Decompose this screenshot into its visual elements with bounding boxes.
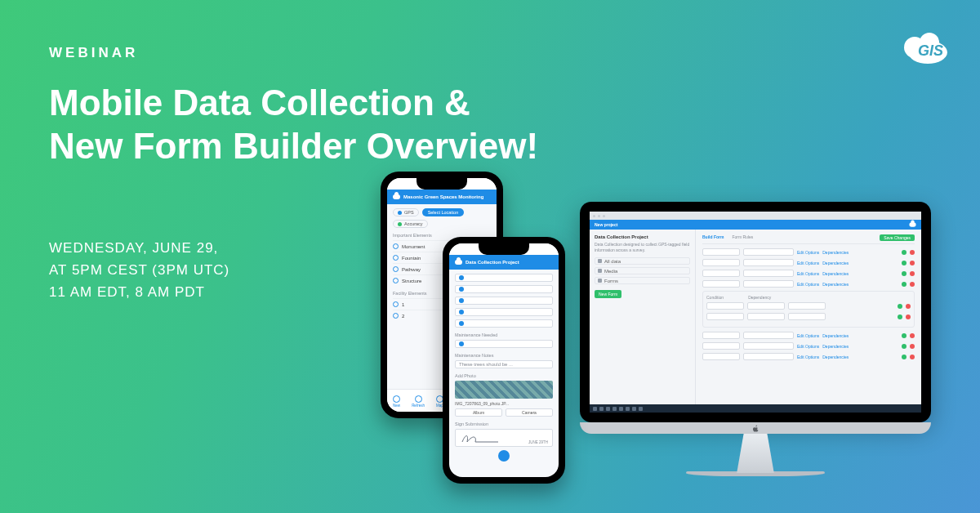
tab-rules[interactable]: Form Rules <box>732 234 753 241</box>
add-icon[interactable] <box>902 261 906 265</box>
cond-select[interactable] <box>788 313 826 320</box>
dependencies-link[interactable]: Dependencies <box>822 355 849 359</box>
phone-mockup-2: Data Collection Project Maintenance Need… <box>443 237 565 484</box>
edit-options-link[interactable]: Edit Options <box>797 344 819 349</box>
cloud-logo-icon <box>455 260 462 265</box>
edit-options-link[interactable]: Edit Options <box>797 261 819 265</box>
dependencies-link[interactable]: Dependencies <box>822 271 849 276</box>
cloud-logo-icon <box>909 222 915 226</box>
schedule-block: WEDNESDAY, JUNE 29, AT 5PM CEST (3PM UTC… <box>49 237 229 304</box>
photo-thumbnail[interactable] <box>455 381 553 399</box>
monitor-stand <box>731 434 780 473</box>
field-label-input[interactable] <box>743 332 794 339</box>
delete-icon[interactable] <box>906 304 911 309</box>
field-label-input[interactable] <box>743 248 794 256</box>
cond-select[interactable] <box>747 313 785 320</box>
cond-select[interactable] <box>706 313 744 320</box>
text-field[interactable] <box>455 274 553 282</box>
dependencies-link[interactable]: Dependencies <box>822 333 849 338</box>
add-icon[interactable] <box>902 333 906 338</box>
field-type-select[interactable] <box>702 342 740 350</box>
side-item[interactable]: All data <box>595 257 690 265</box>
project-title: Data Collection Project <box>595 234 690 239</box>
add-icon[interactable] <box>902 250 906 255</box>
delete-icon[interactable] <box>910 282 915 287</box>
edit-options-link[interactable]: Edit Options <box>797 355 819 359</box>
phone2-app: Data Collection Project Maintenance Need… <box>449 243 559 477</box>
field-label-input[interactable] <box>743 280 794 288</box>
tab-refresh[interactable]: Refresh <box>412 395 425 408</box>
field-type-select[interactable] <box>702 270 740 277</box>
tab-build[interactable]: Build Form <box>702 234 724 241</box>
field-type-select[interactable] <box>702 353 740 360</box>
side-item[interactable]: Media <box>595 267 690 274</box>
headline: Mobile Data Collection & New Form Builde… <box>49 82 538 168</box>
text-field[interactable] <box>455 297 553 305</box>
add-icon[interactable] <box>898 314 902 319</box>
app-header: New project <box>590 220 921 230</box>
project-panel: Data Collection Project Data Collection … <box>590 230 696 404</box>
text-field[interactable] <box>455 319 553 328</box>
add-icon[interactable] <box>898 304 902 309</box>
field-type-select[interactable] <box>702 280 740 288</box>
save-button[interactable]: Save Changes <box>880 234 915 241</box>
field-label-input[interactable] <box>743 353 794 360</box>
monitor-chin <box>580 422 931 434</box>
form-builder-panel: Build Form Form Rules Save Changes Edit … <box>696 230 921 404</box>
field-label-input[interactable] <box>743 259 794 266</box>
notes-field[interactable]: These trees should be ... <box>455 360 553 368</box>
album-button[interactable]: Album <box>455 408 502 417</box>
cond-select[interactable] <box>788 302 826 310</box>
add-icon[interactable] <box>902 355 906 359</box>
field-label-input[interactable] <box>743 342 794 350</box>
add-icon[interactable] <box>902 282 906 287</box>
builder-tabs: Build Form Form Rules Save Changes <box>702 234 915 244</box>
field-type-select[interactable] <box>702 248 740 256</box>
side-item[interactable]: Forms <box>595 277 690 284</box>
rule-group: ConditionDependency <box>702 291 915 328</box>
signature-field[interactable]: JUNE 29TH <box>455 429 553 447</box>
delete-icon[interactable] <box>910 333 915 338</box>
text-field[interactable] <box>455 285 553 293</box>
submit-button[interactable] <box>498 450 510 462</box>
edit-options-link[interactable]: Edit Options <box>797 271 819 276</box>
delete-icon[interactable] <box>910 344 915 349</box>
delete-icon[interactable] <box>910 250 915 255</box>
edit-options-link[interactable]: Edit Options <box>797 250 819 255</box>
field-type-select[interactable] <box>702 332 740 339</box>
phone-notch <box>416 178 467 190</box>
dependencies-link[interactable]: Dependencies <box>822 282 849 287</box>
form-row: Edit Options Dependencies <box>702 332 915 339</box>
accuracy-chip[interactable]: Accuracy <box>393 220 428 228</box>
new-form-button[interactable]: New Form <box>595 290 621 298</box>
field-label-input[interactable] <box>743 270 794 277</box>
add-icon[interactable] <box>902 271 906 276</box>
edit-options-link[interactable]: Edit Options <box>797 282 819 287</box>
phone-notch <box>479 243 529 255</box>
cond-select[interactable] <box>747 302 785 310</box>
cond-select[interactable] <box>706 302 744 310</box>
form-row: Edit Options Dependencies <box>702 248 915 256</box>
text-field[interactable] <box>455 308 553 316</box>
gps-chip[interactable]: GPS <box>393 208 419 216</box>
delete-icon[interactable] <box>906 314 911 319</box>
eyebrow-label: WEBINAR <box>49 45 138 61</box>
camera-button[interactable]: Camera <box>506 408 553 417</box>
app-title: Masonic Green Spaces Monitoring <box>403 194 483 199</box>
toggle-field[interactable] <box>455 340 553 348</box>
delete-icon[interactable] <box>910 271 915 276</box>
add-icon[interactable] <box>902 344 906 349</box>
select-location-button[interactable]: Select Location <box>422 208 465 216</box>
edit-options-link[interactable]: Edit Options <box>797 333 819 338</box>
tab-new[interactable]: New <box>393 395 400 408</box>
logo-text: GIS <box>918 42 943 59</box>
field-type-select[interactable] <box>702 259 740 266</box>
delete-icon[interactable] <box>910 355 915 359</box>
dependencies-link[interactable]: Dependencies <box>822 344 849 349</box>
monitor-bezel: New project Data Collection Project Data… <box>580 202 931 422</box>
form-row: Edit Options Dependencies <box>702 280 915 288</box>
signature-date: JUNE 29TH <box>528 440 548 444</box>
dependencies-link[interactable]: Dependencies <box>822 250 849 255</box>
delete-icon[interactable] <box>910 261 915 265</box>
dependencies-link[interactable]: Dependencies <box>822 261 849 265</box>
